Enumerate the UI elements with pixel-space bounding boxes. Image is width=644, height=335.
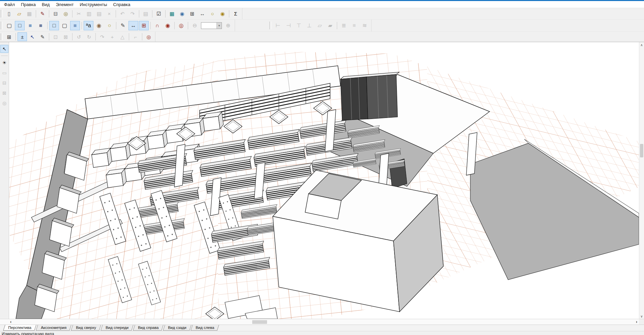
orbit-cursor-button[interactable]: ↖	[28, 32, 37, 41]
estimate-window-button[interactable]: ◉	[218, 9, 227, 18]
toolbar-button-icon: △	[120, 34, 124, 39]
scrollbar-corner	[639, 319, 644, 325]
paste-button: ▤	[94, 9, 104, 18]
toolbar-button-icon: ⊞	[142, 23, 146, 28]
hidden-line-view-button[interactable]: □	[15, 21, 25, 30]
glowing-box-tool-button[interactable]: ☀	[0, 59, 8, 67]
solid-mode-button[interactable]: □	[49, 21, 59, 30]
object-grid-button[interactable]: ⊞	[4, 32, 14, 41]
project-options-button[interactable]: ☑	[154, 9, 164, 18]
distribute-horizontal-button: ≣	[339, 21, 349, 30]
dropdown-arrow-icon[interactable]: ▾	[216, 23, 222, 29]
align-right-button: ⊣	[284, 21, 293, 30]
move-object-button: +	[108, 32, 117, 41]
materials-list-window-button[interactable]: ▦	[167, 9, 177, 18]
toolbar-separator	[152, 10, 152, 18]
front-block	[273, 170, 443, 312]
toolbar-button-icon: ⊞	[7, 34, 11, 39]
tab-front-view[interactable]: Вид спереди	[100, 325, 134, 331]
toolbar-separator	[1, 56, 8, 56]
toolbar-separator	[116, 22, 116, 29]
open-file-button[interactable]: ▱	[14, 9, 24, 18]
vertical-scrollbar[interactable]: ∧ ∨	[639, 42, 644, 319]
toolbar-row-view: ▢□■■□▢■ªa◉○✎↔⊞∩◉◎⊖▾⊕ ⊢⊣⊤⊥▱▰≣≡≋	[0, 19, 644, 31]
toolbar-button-icon: □	[53, 23, 56, 28]
shaded-view-button[interactable]: ■	[25, 21, 35, 30]
toolbar-button-icon: ↺	[77, 34, 81, 39]
scroll-up-icon[interactable]: ∧	[639, 42, 644, 48]
toolbar-button-icon: □	[18, 23, 22, 28]
view-tabs: ПерспективаАксонометрияВид сверхуВид спе…	[0, 325, 644, 331]
menu-element[interactable]: Элемент	[53, 1, 77, 8]
menu-tools[interactable]: Инструменты	[77, 1, 110, 8]
view-tab-label: Вид слева	[196, 326, 214, 330]
zoom-value-combo[interactable]: ▾	[201, 22, 222, 29]
snap-magnet-button[interactable]: ∩	[152, 21, 162, 30]
status-bar: Изменить ориентацию вида	[0, 331, 644, 335]
frame-mode-button[interactable]: ▢	[60, 21, 69, 30]
show-dimensions-button[interactable]: ↔	[128, 21, 138, 30]
rotate-object-button: ↷	[97, 32, 107, 41]
page-setup-button[interactable]: ✎	[38, 9, 47, 18]
scroll-left-icon[interactable]: ‹	[10, 319, 11, 325]
toolbar-row-edit: ⊞±↖✎⊡⊠↺↻↷+△⌐◎	[0, 31, 644, 42]
horizontal-scrollbar[interactable]: ‹ ›	[0, 319, 644, 325]
elevation-move-button[interactable]: ±	[18, 32, 27, 41]
menu-view[interactable]: Вид	[39, 1, 53, 8]
work-area: ↖☀▭⊟⊠◎	[0, 42, 644, 319]
tab-top-view[interactable]: Вид сверху	[71, 325, 101, 331]
menu-file[interactable]: Файл	[1, 1, 18, 8]
tab-axonometry[interactable]: Аксонометрия	[36, 325, 71, 331]
toolbar-button-icon: ▢	[62, 23, 67, 28]
show-lights-button[interactable]: ○	[105, 21, 114, 30]
tab-perspective[interactable]: Перспектива	[3, 325, 36, 331]
toolbar-button-icon: ⊥	[307, 23, 312, 28]
scroll-down-icon[interactable]: ∨	[639, 313, 644, 319]
vertical-scroll-thumb[interactable]	[640, 144, 643, 157]
toolbar-button-icon: ◉	[180, 11, 184, 16]
show-materials-button[interactable]: ◉	[94, 21, 104, 30]
toolbar-button-icon: ▦	[170, 11, 174, 16]
menu-edit[interactable]: Правка	[18, 1, 39, 8]
toolbar-separator	[139, 10, 139, 18]
orbit-button[interactable]: ◎	[176, 21, 186, 30]
textured-view-button[interactable]: ■	[36, 21, 46, 30]
wireframe-view-button[interactable]: ▢	[4, 21, 14, 30]
tab-right-view[interactable]: Вид справа	[133, 325, 164, 331]
box-tool-button: ⊠	[0, 89, 8, 97]
cut-button: ✂	[74, 9, 84, 18]
toolbar-button-icon: ⊕	[226, 23, 230, 28]
mirror-object-button: △	[118, 32, 127, 41]
target-snap-button[interactable]: ◎	[144, 32, 153, 41]
dimensions-window-button[interactable]: ↔	[198, 9, 207, 18]
sketch-style-button[interactable]: ✎	[118, 21, 128, 30]
new-file-button[interactable]: ▯	[4, 9, 14, 18]
print-preview-button[interactable]: ◎	[61, 9, 70, 18]
toolbar-button-icon: ▤	[97, 11, 101, 16]
menu-help[interactable]: Справка	[110, 1, 134, 8]
toolbar-button-icon: ○	[108, 23, 111, 28]
tab-back-view[interactable]: Вид сзади	[163, 325, 191, 331]
toolbar-button-icon: ⊠	[64, 34, 68, 39]
show-labels-button[interactable]: ªa	[84, 21, 93, 30]
select-tool-button[interactable]: ↖	[0, 45, 8, 53]
edit-polyline-button[interactable]: ✎	[38, 32, 47, 41]
show-grid-button[interactable]: ⊞	[139, 21, 149, 30]
find-object-window-button[interactable]: ◉	[177, 9, 187, 18]
toolbar-separator	[49, 33, 49, 40]
lighting-window-button[interactable]: ○	[208, 9, 217, 18]
project-structure-window-button[interactable]: ⊞	[187, 9, 197, 18]
undo-button: ↶	[118, 9, 127, 18]
snap-target-button[interactable]: ◉	[163, 21, 173, 30]
toolbar-button-icon: ↶	[120, 11, 125, 16]
sum-estimate-button[interactable]: Σ	[231, 9, 240, 18]
scroll-right-icon[interactable]: ›	[636, 319, 637, 325]
horizontal-scroll-thumb[interactable]	[252, 320, 267, 324]
volume-mode-button[interactable]: ■	[70, 21, 80, 30]
toolbar-button-icon: ↖	[30, 34, 35, 39]
toolbar-separator	[188, 22, 188, 29]
3d-scene-viewport[interactable]	[9, 42, 639, 319]
print-button[interactable]: ⊟	[51, 9, 60, 18]
toolbar-button-icon: ▱	[318, 23, 322, 28]
tab-left-view[interactable]: Вид слева	[191, 325, 219, 331]
